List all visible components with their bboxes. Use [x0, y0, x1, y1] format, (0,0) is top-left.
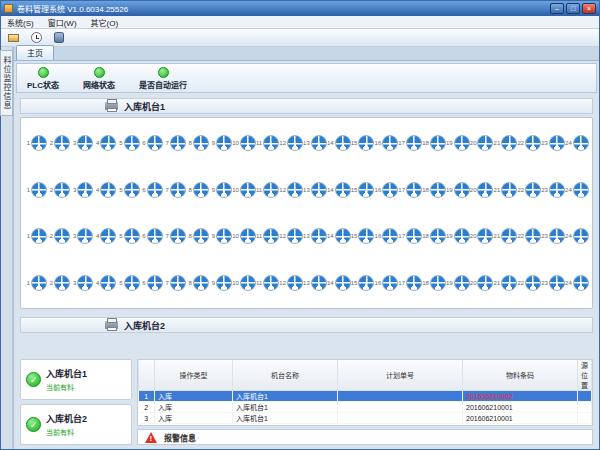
coil-slot[interactable]: 14 — [327, 228, 351, 244]
coil-slot[interactable]: 12 — [279, 182, 303, 198]
coil-slot[interactable]: 2 — [47, 275, 70, 291]
coil-slot[interactable]: 6 — [140, 182, 163, 198]
coil-slot[interactable]: 14 — [327, 135, 351, 151]
coil-slot[interactable]: 1 — [24, 228, 47, 244]
coil-slot[interactable]: 21 — [494, 182, 518, 198]
coil-slot[interactable]: 19 — [446, 182, 470, 198]
table-row[interactable]: 1入库入库机台1201606210002 — [139, 391, 592, 402]
coil-slot[interactable]: 1 — [24, 135, 47, 151]
coil-slot[interactable]: 17 — [398, 182, 422, 198]
coil-slot[interactable]: 20 — [470, 228, 494, 244]
coil-slot[interactable]: 8 — [186, 135, 209, 151]
coil-slot[interactable]: 16 — [375, 182, 399, 198]
coil-slot[interactable]: 10 — [232, 135, 256, 151]
coil-slot[interactable]: 15 — [351, 135, 375, 151]
coil-slot[interactable]: 10 — [232, 182, 256, 198]
table-row[interactable]: 2入库入库机台1201606210001 — [139, 402, 592, 413]
coil-slot[interactable]: 2 — [47, 228, 70, 244]
coil-slot[interactable]: 11 — [256, 275, 279, 291]
menu-item[interactable]: 系统(S) — [7, 17, 34, 28]
table-row[interactable]: 3入库入库机台1201606210001 — [139, 413, 592, 424]
machine-status-card[interactable]: ✓入库机台1当前有料 — [20, 359, 132, 400]
coil-slot[interactable]: 5 — [117, 275, 140, 291]
coil-slot[interactable]: 6 — [140, 135, 163, 151]
coil-slot[interactable]: 7 — [163, 275, 186, 291]
coil-slot[interactable]: 4 — [93, 182, 116, 198]
coil-slot[interactable]: 14 — [327, 182, 351, 198]
coil-slot[interactable]: 13 — [303, 135, 327, 151]
coil-slot[interactable]: 23 — [541, 275, 565, 291]
printer-icon[interactable] — [105, 102, 118, 110]
coil-slot[interactable]: 24 — [565, 275, 589, 291]
coil-slot[interactable]: 4 — [93, 135, 116, 151]
coil-slot[interactable]: 12 — [279, 135, 303, 151]
coil-slot[interactable]: 8 — [186, 182, 209, 198]
tab-home[interactable]: 主页 — [16, 45, 54, 60]
coil-slot[interactable]: 21 — [494, 275, 518, 291]
coil-slot[interactable]: 6 — [140, 275, 163, 291]
coil-slot[interactable]: 22 — [517, 135, 541, 151]
coil-slot[interactable]: 16 — [375, 228, 399, 244]
coil-slot[interactable]: 7 — [163, 228, 186, 244]
coil-slot[interactable]: 3 — [70, 228, 93, 244]
coil-slot[interactable]: 3 — [70, 275, 93, 291]
coil-slot[interactable]: 7 — [163, 182, 186, 198]
coil-slot[interactable]: 20 — [470, 182, 494, 198]
coil-slot[interactable]: 16 — [375, 275, 399, 291]
coil-slot[interactable]: 15 — [351, 182, 375, 198]
coil-slot[interactable]: 10 — [232, 275, 256, 291]
coil-slot[interactable]: 18 — [422, 228, 446, 244]
coil-slot[interactable]: 1 — [24, 275, 47, 291]
coil-slot[interactable]: 16 — [375, 135, 399, 151]
coil-slot[interactable]: 23 — [541, 135, 565, 151]
coil-slot[interactable]: 24 — [565, 228, 589, 244]
coil-slot[interactable]: 11 — [256, 228, 279, 244]
coil-slot[interactable]: 9 — [209, 182, 232, 198]
coil-slot[interactable]: 18 — [422, 275, 446, 291]
coil-slot[interactable]: 19 — [446, 275, 470, 291]
coil-slot[interactable]: 19 — [446, 135, 470, 151]
coil-slot[interactable]: 15 — [351, 275, 375, 291]
coil-slot[interactable]: 7 — [163, 135, 186, 151]
coil-slot[interactable]: 24 — [565, 135, 589, 151]
coil-slot[interactable]: 5 — [117, 182, 140, 198]
coil-slot[interactable]: 9 — [209, 228, 232, 244]
coil-slot[interactable]: 1 — [24, 182, 47, 198]
coil-slot[interactable]: 9 — [209, 275, 232, 291]
coil-slot[interactable]: 14 — [327, 275, 351, 291]
coil-slot[interactable]: 11 — [256, 135, 279, 151]
coil-slot[interactable]: 24 — [565, 182, 589, 198]
coil-slot[interactable]: 5 — [117, 135, 140, 151]
coil-slot[interactable]: 3 — [70, 135, 93, 151]
minimize-button[interactable]: – — [550, 3, 564, 14]
coil-slot[interactable]: 5 — [117, 228, 140, 244]
printer-icon[interactable] — [105, 321, 118, 329]
coil-slot[interactable]: 20 — [470, 275, 494, 291]
coil-slot[interactable]: 23 — [541, 228, 565, 244]
coil-slot[interactable]: 8 — [186, 228, 209, 244]
menu-item[interactable]: 窗口(W) — [48, 17, 77, 28]
system-window-button[interactable] — [5, 30, 21, 45]
clock-button[interactable] — [28, 30, 44, 45]
coil-slot[interactable]: 4 — [93, 275, 116, 291]
coil-slot[interactable]: 22 — [517, 275, 541, 291]
coil-slot[interactable]: 3 — [70, 182, 93, 198]
maximize-button[interactable]: □ — [566, 3, 580, 14]
side-tab-monitor[interactable]: 料位监控信息 — [0, 50, 13, 116]
coil-slot[interactable]: 22 — [517, 228, 541, 244]
coil-slot[interactable]: 17 — [398, 228, 422, 244]
coil-slot[interactable]: 10 — [232, 228, 256, 244]
coil-slot[interactable]: 17 — [398, 275, 422, 291]
coil-slot[interactable]: 6 — [140, 228, 163, 244]
coil-slot[interactable]: 4 — [93, 228, 116, 244]
coil-slot[interactable]: 18 — [422, 182, 446, 198]
coil-slot[interactable]: 8 — [186, 275, 209, 291]
coil-slot[interactable]: 13 — [303, 228, 327, 244]
coil-slot[interactable]: 18 — [422, 135, 446, 151]
coil-slot[interactable]: 21 — [494, 228, 518, 244]
coil-slot[interactable]: 13 — [303, 182, 327, 198]
menu-item[interactable]: 其它(O) — [91, 17, 119, 28]
coil-slot[interactable]: 2 — [47, 182, 70, 198]
coil-slot[interactable]: 15 — [351, 228, 375, 244]
coil-slot[interactable]: 22 — [517, 182, 541, 198]
